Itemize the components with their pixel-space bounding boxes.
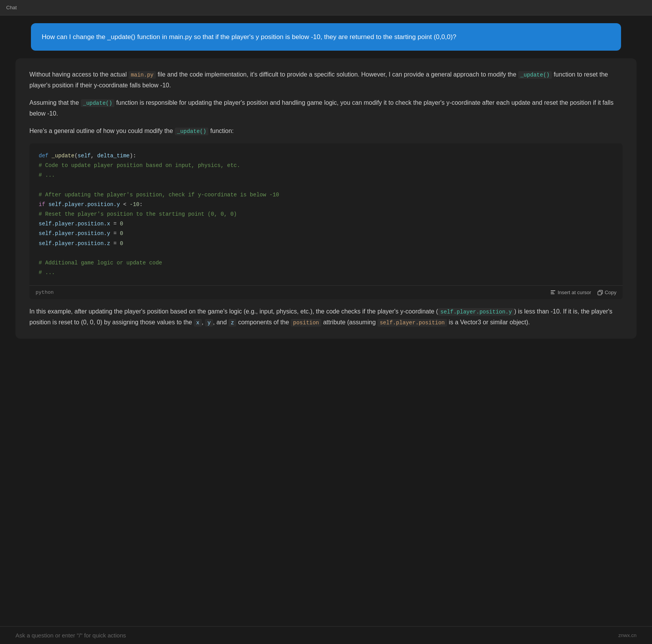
para1-code2: _update() [518,71,552,79]
para3-text-after: function: [208,128,234,134]
user-message: How can I change the _update() function … [31,23,621,51]
assistant-para-2: Assuming that the _update() function is … [29,97,623,119]
code-block-footer: python Insert at cursor [29,285,623,299]
code-block: def _update(self, delta_time): # Code to… [29,143,623,299]
code-actions: Insert at cursor Copy [550,290,616,295]
code-line-blank-1 [39,181,613,190]
code-line-1: def _update(self, delta_time): [39,151,613,161]
code-line-2: # Code to update player position based o… [39,161,613,170]
bottom-bar: Ask a question or enter "/" for quick ac… [0,626,652,644]
insert-icon [550,290,556,295]
para4-text-before: In this example, after updating the play… [29,308,438,315]
svg-rect-2 [551,293,555,294]
copy-icon [597,290,603,295]
para1-text-after: file and the code implementation, it's d… [156,71,518,78]
para4-code3: y [205,319,213,327]
para4-code1: self.player.position.y [438,308,514,316]
para2-text-after: function is responsible for updating the… [29,99,614,117]
top-bar-label: Chat [6,5,17,10]
code-line-5: if self.player.position.y < -10: [39,200,613,210]
para2-text-before: Assuming that the [29,99,81,106]
para1-code1: main.py [128,71,156,79]
code-line-4: # After updating the player's position, … [39,190,613,200]
para3-code1: _update() [175,128,209,135]
para3-text-before: Here's a general outline of how you coul… [29,128,175,134]
para4-text-after3: attribute (assuming [321,319,377,325]
code-line-3: # ... [39,170,613,180]
user-message-text: How can I change the _update() function … [42,32,610,42]
para4-sep2: , and [213,319,229,325]
insert-label: Insert at cursor [558,290,591,295]
para4-code2: x [194,319,201,327]
chat-container: How can I change the _update() function … [0,15,652,644]
assistant-para-4: In this example, after updating the play… [29,306,623,328]
brand-label: znwx.cn [618,632,637,638]
top-bar: Chat [0,0,652,15]
code-line-6: # Reset the player's position to the sta… [39,210,613,219]
code-line-11: # ... [39,268,613,278]
code-line-8: self.player.position.y = 0 [39,229,613,239]
assistant-message: Without having access to the actual main… [15,58,637,339]
assistant-para-3: Here's a general outline of how you coul… [29,126,623,136]
para4-code6: self.player.position [377,319,447,327]
chat-input-placeholder: Ask a question or enter "/" for quick ac… [15,632,618,639]
para4-code5: position [291,319,321,327]
assistant-para-1: Without having access to the actual main… [29,69,623,90]
para1-text-before: Without having access to the actual [29,71,128,78]
para4-text-after2: components of the [236,319,291,325]
copy-button[interactable]: Copy [597,290,616,295]
code-line-7: self.player.position.x = 0 [39,219,613,229]
para4-code4: z [229,319,236,327]
code-line-10: # Additional game logic or update code [39,258,613,268]
code-line-blank-2 [39,249,613,258]
svg-rect-0 [551,290,555,291]
insert-at-cursor-button[interactable]: Insert at cursor [550,290,591,295]
svg-rect-4 [598,291,601,295]
copy-label: Copy [605,290,616,295]
code-block-content: def _update(self, delta_time): # Code to… [29,143,623,285]
para2-code1: _update() [81,99,115,107]
code-lang-label: python [36,290,54,295]
svg-rect-1 [551,292,554,293]
para4-text-end: is a Vector3 or similar object). [447,319,530,325]
code-line-9: self.player.position.z = 0 [39,239,613,249]
